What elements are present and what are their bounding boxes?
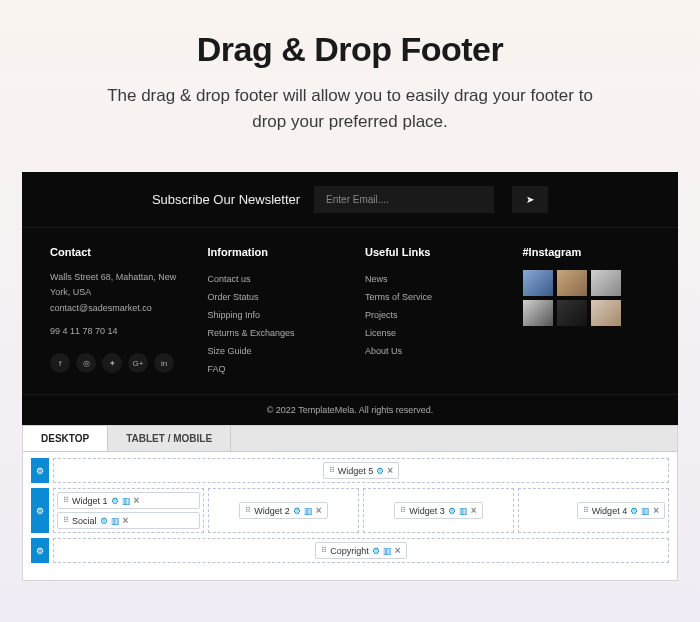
- contact-heading: Contact: [50, 246, 178, 258]
- info-link[interactable]: Size Guide: [208, 342, 336, 360]
- close-icon[interactable]: ×: [123, 515, 129, 526]
- gear-icon: ⚙: [36, 506, 44, 516]
- newsletter-input[interactable]: Enter Email....: [314, 186, 494, 213]
- drop-cell[interactable]: ⠿ Widget 5 ⚙ ×: [53, 458, 669, 483]
- newsletter-bar: Subscribe Our Newsletter Enter Email....…: [22, 172, 678, 228]
- close-icon[interactable]: ×: [653, 505, 659, 516]
- page-subtitle: The drag & drop footer will allow you to…: [90, 83, 610, 134]
- widget-label: Widget 5: [338, 466, 374, 476]
- gear-icon: ⚙: [36, 546, 44, 556]
- close-icon[interactable]: ×: [395, 545, 401, 556]
- useful-link[interactable]: About Us: [365, 342, 493, 360]
- close-icon[interactable]: ×: [387, 465, 393, 476]
- footer-col-information: Information Contact us Order Status Ship…: [208, 246, 336, 378]
- grip-icon[interactable]: ⠿: [245, 506, 251, 515]
- info-link[interactable]: Shipping Info: [208, 306, 336, 324]
- info-link[interactable]: Returns & Exchanges: [208, 324, 336, 342]
- widget-3[interactable]: ⠿ Widget 3 ⚙ ▥ ×: [394, 502, 482, 519]
- columns-icon[interactable]: ▥: [122, 496, 131, 506]
- info-link[interactable]: Order Status: [208, 288, 336, 306]
- footer-col-useful: Useful Links News Terms of Service Proje…: [365, 246, 493, 378]
- drop-cell[interactable]: ⠿ Widget 4 ⚙ ▥ ×: [518, 488, 669, 533]
- close-icon[interactable]: ×: [316, 505, 322, 516]
- footer-builder: DESKTOP TABLET / MOBILE ⚙ ⠿ Widget 5 ⚙ ×…: [22, 425, 678, 581]
- widget-label: Copyright: [330, 546, 369, 556]
- useful-link[interactable]: License: [365, 324, 493, 342]
- grip-icon[interactable]: ⠿: [321, 546, 327, 555]
- widget-label: Widget 2: [254, 506, 290, 516]
- builder-row: ⚙ ⠿ Copyright ⚙ ▥ ×: [31, 538, 669, 563]
- builder-row: ⚙ ⠿ Widget 1 ⚙ ▥ × ⠿ Social: [31, 488, 669, 533]
- builder-tabs: DESKTOP TABLET / MOBILE: [23, 426, 677, 452]
- drop-cell[interactable]: ⠿ Widget 1 ⚙ ▥ × ⠿ Social ⚙ ▥ ×: [53, 488, 204, 533]
- widget-social[interactable]: ⠿ Social ⚙ ▥ ×: [57, 512, 200, 529]
- useful-link[interactable]: Projects: [365, 306, 493, 324]
- gear-icon[interactable]: ⚙: [372, 546, 380, 556]
- widget-5[interactable]: ⠿ Widget 5 ⚙ ×: [323, 462, 399, 479]
- instagram-thumb[interactable]: [591, 300, 621, 326]
- widget-2[interactable]: ⠿ Widget 2 ⚙ ▥ ×: [239, 502, 327, 519]
- widget-copyright[interactable]: ⠿ Copyright ⚙ ▥ ×: [315, 542, 406, 559]
- footer-preview: Subscribe Our Newsletter Enter Email....…: [22, 172, 678, 425]
- columns-icon[interactable]: ▥: [383, 546, 392, 556]
- page-title: Drag & Drop Footer: [40, 30, 660, 69]
- gear-icon[interactable]: ⚙: [630, 506, 638, 516]
- drop-cell[interactable]: ⠿ Copyright ⚙ ▥ ×: [53, 538, 669, 563]
- instagram-heading: #Instagram: [523, 246, 651, 258]
- grip-icon[interactable]: ⠿: [329, 466, 335, 475]
- widget-4[interactable]: ⠿ Widget 4 ⚙ ▥ ×: [577, 502, 665, 519]
- gear-icon[interactable]: ⚙: [376, 466, 384, 476]
- gear-icon: ⚙: [36, 466, 44, 476]
- contact-address: Walls Street 68, Mahattan, New York, USA: [50, 270, 178, 301]
- columns-icon[interactable]: ▥: [111, 516, 120, 526]
- close-icon[interactable]: ×: [134, 495, 140, 506]
- gear-icon[interactable]: ⚙: [111, 496, 119, 506]
- grip-icon[interactable]: ⠿: [583, 506, 589, 515]
- footer-col-instagram: #Instagram: [523, 246, 651, 378]
- instagram-thumb[interactable]: [523, 300, 553, 326]
- drop-cell[interactable]: ⠿ Widget 2 ⚙ ▥ ×: [208, 488, 359, 533]
- information-heading: Information: [208, 246, 336, 258]
- gear-icon[interactable]: ⚙: [100, 516, 108, 526]
- twitter-icon[interactable]: ✦: [102, 353, 122, 373]
- grip-icon[interactable]: ⠿: [63, 496, 69, 505]
- grip-icon[interactable]: ⠿: [400, 506, 406, 515]
- send-icon: ➤: [526, 194, 534, 205]
- instagram-thumb[interactable]: [557, 270, 587, 296]
- googleplus-icon[interactable]: G+: [128, 353, 148, 373]
- linkedin-icon[interactable]: in: [154, 353, 174, 373]
- footer-col-contact: Contact Walls Street 68, Mahattan, New Y…: [50, 246, 178, 378]
- useful-link[interactable]: Terms of Service: [365, 288, 493, 306]
- widget-label: Widget 4: [592, 506, 628, 516]
- builder-row: ⚙ ⠿ Widget 5 ⚙ ×: [31, 458, 669, 483]
- instagram-thumb[interactable]: [523, 270, 553, 296]
- useful-link[interactable]: News: [365, 270, 493, 288]
- facebook-icon[interactable]: f: [50, 353, 70, 373]
- newsletter-send-button[interactable]: ➤: [512, 186, 548, 213]
- row-settings-button[interactable]: ⚙: [31, 538, 49, 563]
- row-settings-button[interactable]: ⚙: [31, 458, 49, 483]
- gear-icon[interactable]: ⚙: [293, 506, 301, 516]
- instagram-thumb[interactable]: [557, 300, 587, 326]
- row-settings-button[interactable]: ⚙: [31, 488, 49, 533]
- info-link[interactable]: FAQ: [208, 360, 336, 378]
- instagram-thumb[interactable]: [591, 270, 621, 296]
- tab-desktop[interactable]: DESKTOP: [23, 426, 108, 451]
- contact-email: contact@sadesmarket.co: [50, 301, 178, 316]
- widget-1[interactable]: ⠿ Widget 1 ⚙ ▥ ×: [57, 492, 200, 509]
- gear-icon[interactable]: ⚙: [448, 506, 456, 516]
- tab-tablet-mobile[interactable]: TABLET / MOBILE: [108, 426, 231, 451]
- widget-label: Widget 3: [409, 506, 445, 516]
- columns-icon[interactable]: ▥: [459, 506, 468, 516]
- columns-icon[interactable]: ▥: [641, 506, 650, 516]
- widget-label: Widget 1: [72, 496, 108, 506]
- widget-label: Social: [72, 516, 97, 526]
- info-link[interactable]: Contact us: [208, 270, 336, 288]
- grip-icon[interactable]: ⠿: [63, 516, 69, 525]
- newsletter-label: Subscribe Our Newsletter: [152, 192, 300, 207]
- columns-icon[interactable]: ▥: [304, 506, 313, 516]
- close-icon[interactable]: ×: [471, 505, 477, 516]
- contact-phone: 99 4 11 78 70 14: [50, 324, 178, 339]
- instagram-icon[interactable]: ◎: [76, 353, 96, 373]
- drop-cell[interactable]: ⠿ Widget 3 ⚙ ▥ ×: [363, 488, 514, 533]
